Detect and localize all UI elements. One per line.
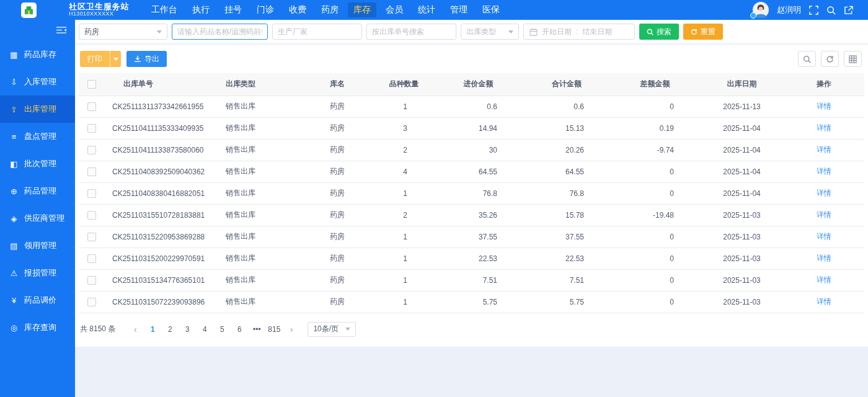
sidebar-item-label: 供应商管理 <box>24 213 64 224</box>
sidebar-item[interactable]: ≡ 盘点管理 <box>0 123 75 150</box>
outbound-type-select[interactable]: 出库类型 <box>461 24 519 40</box>
manufacturer-input[interactable] <box>272 24 362 40</box>
cell-diff-amount: -9.74 <box>610 139 700 161</box>
row-checkbox[interactable] <box>87 233 96 241</box>
table-search-button[interactable] <box>798 51 816 67</box>
sidebar-item[interactable]: ◧ 批次管理 <box>0 150 75 177</box>
detail-link[interactable]: 详情 <box>817 275 831 284</box>
nav-item[interactable]: 药房 <box>316 2 344 17</box>
select-all-checkbox[interactable] <box>87 80 96 89</box>
nav-item[interactable]: 门诊 <box>251 2 280 17</box>
nav-item[interactable]: 库存 <box>348 2 376 17</box>
cell-warehouse: 药房 <box>300 139 374 161</box>
row-checkbox[interactable] <box>87 254 96 263</box>
collapse-menu-icon[interactable] <box>56 26 66 34</box>
cell-outbound-type: 销售出库 <box>216 291 300 313</box>
cell-outbound-type: 销售出库 <box>216 96 300 117</box>
column-header: 品种数量 <box>374 73 433 96</box>
nav-item[interactable]: 工作台 <box>146 2 183 17</box>
sidebar-item[interactable]: ⊕ 药品管理 <box>0 177 75 205</box>
nav-item[interactable]: 挂号 <box>219 2 247 17</box>
sidebar-item[interactable]: ◈ 供应商管理 <box>0 205 75 232</box>
export-button-label: 导出 <box>144 54 159 65</box>
detail-link[interactable]: 详情 <box>817 102 831 110</box>
sidebar-menu: ▦ 药品库存 ⇩ 入库管理 ⇧ 出库管理 ≡ 盘点管理 ◧ 批次管理 ⊕ 药品管… <box>0 41 75 341</box>
cell-cost-amount: 76.8 <box>433 182 523 204</box>
row-checkbox[interactable] <box>87 124 96 133</box>
external-link-icon[interactable] <box>844 6 853 15</box>
sidebar-item[interactable]: ⚠ 报损管理 <box>0 259 75 287</box>
print-button[interactable]: 打印 <box>80 51 110 67</box>
sidebar-item-label: 批次管理 <box>24 158 56 169</box>
cell-diff-amount: 0 <box>610 269 700 291</box>
detail-link[interactable]: 详情 <box>817 232 831 241</box>
sidebar-item[interactable]: ▤ 领用管理 <box>0 232 75 259</box>
detail-link[interactable]: 详情 <box>817 167 831 176</box>
cell-total-amount: 76.8 <box>523 182 610 204</box>
export-button[interactable]: 导出 <box>126 51 167 67</box>
row-checkbox[interactable] <box>87 211 96 220</box>
search-icon[interactable] <box>826 6 836 15</box>
page-button[interactable]: 3 <box>179 322 195 337</box>
cell-variety-qty: 3 <box>374 117 433 139</box>
cell-diff-amount: 0 <box>610 182 700 204</box>
row-checkbox[interactable] <box>87 102 96 111</box>
cell-variety-qty: 2 <box>374 204 433 226</box>
username[interactable]: 赵润明 <box>777 4 801 16</box>
filter-bar: 药房 出库类型 开始日期 : 结束日期 <box>75 20 868 43</box>
table-refresh-button[interactable] <box>821 51 839 67</box>
page-button[interactable]: ••• <box>249 322 265 337</box>
detail-link[interactable]: 详情 <box>817 123 831 132</box>
row-checkbox[interactable] <box>87 298 96 306</box>
sidebar-item[interactable]: ¥ 药品调价 <box>0 287 75 314</box>
detail-link[interactable]: 详情 <box>817 297 831 306</box>
cell-diff-amount: 0 <box>610 161 700 182</box>
next-page-button[interactable]: › <box>283 322 299 337</box>
page-button[interactable]: 1 <box>144 322 161 337</box>
nav-item[interactable]: 会员 <box>380 2 409 17</box>
cell-outbound-date: 2025-11-04 <box>700 182 784 204</box>
avatar[interactable] <box>753 2 769 18</box>
sidebar-item[interactable]: ⇩ 入库管理 <box>0 68 75 96</box>
sidebar-item[interactable]: ▦ 药品库存 <box>0 41 75 68</box>
sidebar-item[interactable]: ⇧ 出库管理 <box>0 96 75 123</box>
search-button[interactable]: 搜索 <box>639 24 679 40</box>
table-row: CK25110315220953869288 销售出库 药房 1 37.55 3… <box>79 226 864 248</box>
table-row: CK25110408380416882051 销售出库 药房 1 76.8 76… <box>79 182 864 204</box>
page-button[interactable]: 815 <box>266 322 282 337</box>
cell-outbound-date: 2025-11-13 <box>700 96 784 117</box>
table-columns-button[interactable] <box>844 51 862 67</box>
page-button[interactable]: 2 <box>162 322 178 337</box>
chevron-down-icon <box>345 328 350 331</box>
detail-link[interactable]: 详情 <box>817 145 831 154</box>
sidebar-item[interactable]: ◎ 库存查询 <box>0 314 75 341</box>
date-range-picker[interactable]: 开始日期 : 结束日期 <box>523 24 635 40</box>
table-row: CK25110408392509040362 销售出库 药房 4 64.55 6… <box>79 161 864 182</box>
nav-item[interactable]: 统计 <box>412 2 441 17</box>
grid-icon <box>849 55 857 63</box>
cell-outbound-date: 2025-11-03 <box>700 204 784 226</box>
page-button[interactable]: 6 <box>231 322 247 337</box>
order-no-input[interactable] <box>366 24 456 40</box>
reset-button[interactable]: 重置 <box>683 24 723 40</box>
row-checkbox[interactable] <box>87 276 96 285</box>
detail-link[interactable]: 详情 <box>817 189 831 197</box>
detail-link[interactable]: 详情 <box>817 210 831 219</box>
prev-page-button[interactable]: ‹ <box>127 322 143 337</box>
page-button[interactable]: 4 <box>197 322 213 337</box>
row-checkbox[interactable] <box>87 146 96 154</box>
detail-link[interactable]: 详情 <box>817 254 831 262</box>
cell-order-no: CK25110408380416882051 <box>105 182 216 204</box>
warehouse-select[interactable]: 药房 <box>79 24 167 40</box>
nav-item[interactable]: 执行 <box>187 2 215 17</box>
page-size-select[interactable]: 10条/页 <box>308 322 356 337</box>
row-checkbox[interactable] <box>87 189 96 198</box>
page-button[interactable]: 5 <box>214 322 230 337</box>
nav-item[interactable]: 收费 <box>283 2 312 17</box>
nav-item[interactable]: 管理 <box>445 2 473 17</box>
nav-item[interactable]: 医保 <box>477 2 505 17</box>
row-checkbox[interactable] <box>87 167 96 176</box>
fullscreen-icon[interactable] <box>809 6 818 15</box>
drug-name-input[interactable] <box>172 24 268 40</box>
print-dropdown-caret[interactable] <box>110 51 121 67</box>
